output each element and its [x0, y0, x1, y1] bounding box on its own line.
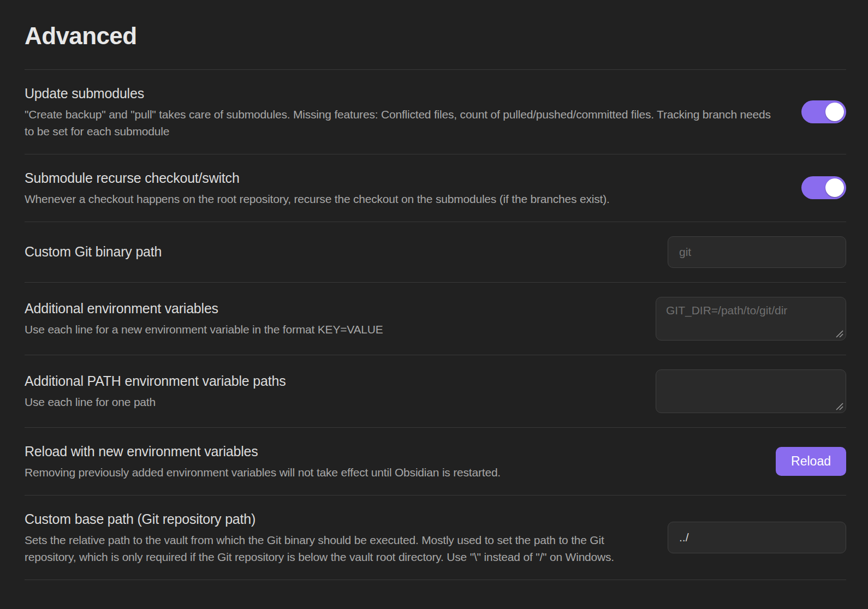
setting-description: Use each line for a new environment vari… — [25, 321, 629, 338]
setting-control — [801, 100, 846, 123]
setting-info: Update submodules "Create backup" and "p… — [25, 84, 801, 140]
settings-page-advanced: Advanced Update submodules "Create backu… — [0, 0, 868, 589]
setting-row-env-variables: Additional environment variables Use eac… — [25, 282, 846, 355]
setting-info: Reload with new environment variables Re… — [25, 442, 776, 481]
setting-control — [801, 176, 846, 199]
setting-name: Reload with new environment variables — [25, 442, 750, 461]
setting-control: Reload — [776, 447, 846, 476]
setting-row-path-variable: Additional PATH environment variable pat… — [25, 355, 846, 427]
textarea-wrapper — [656, 297, 846, 341]
env-variables-textarea[interactable] — [656, 297, 846, 341]
page-title: Advanced — [25, 0, 846, 51]
setting-row-reload-env: Reload with new environment variables Re… — [25, 427, 846, 495]
setting-control — [656, 369, 846, 413]
update-submodules-toggle[interactable] — [801, 100, 846, 123]
setting-description: Removing previously added environment va… — [25, 464, 750, 481]
setting-row-submodule-recurse: Submodule recurse checkout/switch Whenev… — [25, 154, 846, 222]
setting-row-custom-base-path: Custom base path (Git repository path) S… — [25, 495, 846, 580]
setting-row-update-submodules: Update submodules "Create backup" and "p… — [25, 69, 846, 154]
setting-row-git-binary-path: Custom Git binary path — [25, 222, 846, 282]
setting-name: Custom Git binary path — [25, 242, 641, 261]
setting-control — [668, 236, 846, 268]
setting-control — [668, 522, 846, 553]
setting-info: Custom base path (Git repository path) S… — [25, 510, 668, 565]
setting-info: Submodule recurse checkout/switch Whenev… — [25, 169, 801, 207]
setting-name: Submodule recurse checkout/switch — [25, 169, 775, 188]
setting-description: Sets the relative path to the vault from… — [25, 532, 641, 565]
setting-description: Whenever a checkout happens on the root … — [25, 190, 775, 207]
git-binary-path-input[interactable] — [668, 236, 846, 268]
textarea-wrapper — [656, 369, 846, 413]
setting-name: Additional environment variables — [25, 299, 629, 318]
setting-control — [656, 297, 846, 341]
submodule-recurse-toggle[interactable] — [801, 176, 846, 199]
next-section-divider — [25, 580, 846, 589]
setting-description: "Create backup" and "pull" takes care of… — [25, 106, 775, 140]
setting-name: Custom base path (Git repository path) — [25, 510, 641, 529]
toggle-knob — [825, 178, 844, 197]
custom-base-path-input[interactable] — [668, 522, 846, 553]
reload-button[interactable]: Reload — [776, 447, 846, 476]
setting-info: Additional environment variables Use eac… — [25, 299, 656, 338]
setting-info: Custom Git binary path — [25, 242, 668, 261]
toggle-knob — [825, 103, 844, 121]
setting-name: Update submodules — [25, 84, 775, 103]
setting-info: Additional PATH environment variable pat… — [25, 372, 656, 410]
setting-description: Use each line for one path — [25, 393, 629, 410]
setting-name: Additional PATH environment variable pat… — [25, 372, 629, 391]
path-variable-textarea[interactable] — [656, 369, 846, 413]
